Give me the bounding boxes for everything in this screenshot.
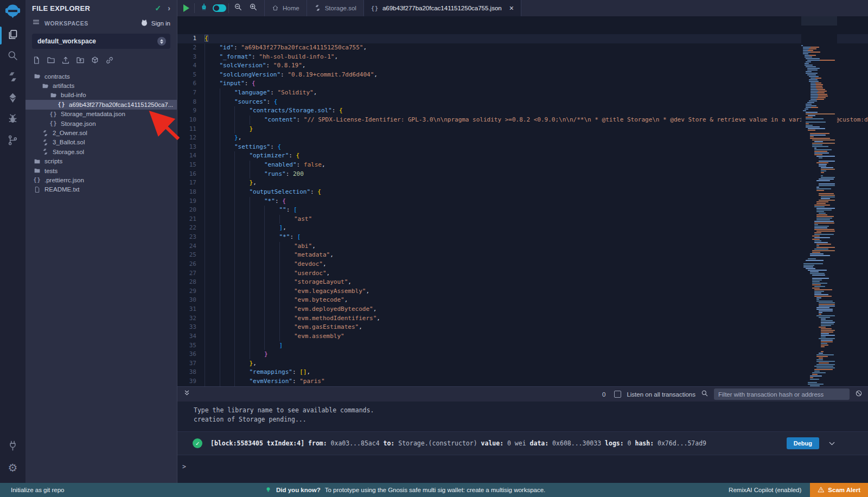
import-link-button[interactable] [105,56,114,67]
workspaces-menu-icon[interactable] [32,18,40,28]
sign-in-button[interactable]: Sign in [140,18,170,28]
chevron-right-icon[interactable]: › [168,4,170,12]
new-folder-icon [47,56,55,67]
tree-item[interactable]: 3_Ballot.sol [25,138,177,147]
tree-item-label: a69b43f277ba20fcac141151250ca7... [69,101,173,108]
code-editor[interactable]: 1{2 "id": "a69b43f277ba20fcac141151250ca… [177,16,868,386]
ai-copilot-toggle[interactable] [212,0,227,16]
sidebar-settings[interactable]: ⚙ [0,457,25,479]
sidebar-git[interactable] [0,131,25,152]
tree-item[interactable]: build-info [25,91,177,100]
sidebar-plugin-manager[interactable] [0,436,25,457]
debug-button[interactable]: Debug [787,437,819,449]
transaction-summary: [block:5583405 txIndex:4] from: 0xa03...… [210,439,706,447]
zoom-in-icon [249,3,258,14]
tree-item[interactable]: 2_Owner.sol [25,128,177,137]
settings-icon: ⚙ [8,462,18,474]
minimap[interactable] [801,16,837,386]
close-tab-icon[interactable]: × [509,4,514,12]
sidebar-deploy-and-run[interactable] [0,88,25,110]
tab-storage-sol[interactable]: Storage.sol [307,0,364,16]
code-line: 17 }, [177,179,868,188]
clear-console-icon[interactable] [855,390,863,399]
tab-home[interactable]: Home [264,0,307,16]
import-box-icon [91,56,99,67]
code-line: 38 "remappings": [], [177,368,868,377]
code-line: 2 "id": "a69b43f277ba20fcac141151250ca75… [177,43,868,53]
tree-item[interactable]: {}Storage.json [25,119,177,128]
sidebar-debugger[interactable] [0,110,25,131]
folder-icon [33,167,41,174]
expand-transaction-icon[interactable] [827,439,837,448]
tree-item[interactable]: {}a69b43f277ba20fcac141151250ca7... [25,100,177,109]
tree-item[interactable]: {}.prettierrc.json [25,175,177,184]
new-file-button[interactable] [32,56,41,67]
tree-item[interactable]: README.txt [25,185,177,194]
zoom-in-button[interactable] [246,0,261,16]
tree-item-label: build-info [61,92,86,98]
file-explorer-icon [7,29,18,42]
sidebar-search[interactable] [0,46,25,67]
transaction-row[interactable]: ✓ [block:5583405 txIndex:4] from: 0xa03.… [177,431,868,455]
scam-alert-badge[interactable]: Scam Alert [810,483,868,497]
code-line: 37 }, [177,359,868,368]
copilot-status[interactable]: RemixAI Copilot (enabled) [729,487,801,493]
tab-a69b43f277ba20fcac141151250ca755-json[interactable]: {}a69b43f277ba20fcac141151250ca755.json× [364,0,521,16]
tree-item[interactable]: tests [25,166,177,175]
play-icon [183,4,189,12]
code-line: 36 } [177,350,868,359]
new-folder-button[interactable] [47,56,55,67]
workspace-select[interactable]: default_workspace [32,34,170,49]
code-line: 35 ] [177,341,868,351]
json-icon: {} [371,5,379,11]
tree-item[interactable]: Storage.sol [25,147,177,156]
listen-label: Listen on all transactions [627,391,695,398]
transaction-filter-input[interactable] [714,388,850,400]
workspaces-label: WORKSPACES [44,20,136,27]
success-check-icon: ✓ [193,438,202,448]
code-line: 29 "evm.legacyAssembly", [177,287,868,296]
code-lines: 1{2 "id": "a69b43f277ba20fcac141151250ca… [177,34,868,386]
sidebar-file-explorer[interactable] [0,25,25,46]
code-line: 33 "evm.gasEstimates", [177,323,868,332]
tree-item[interactable]: artifacts [25,81,177,90]
upload-folder-icon [76,56,85,67]
terminal[interactable]: Type the library name to see available c… [177,402,868,483]
git-init-status[interactable]: Initialize as git repo [0,487,179,493]
toggle-icon [213,4,226,12]
zoom-out-button[interactable] [231,0,246,16]
run-script-button[interactable] [177,0,193,16]
collapse-terminal-button[interactable] [183,389,191,399]
tree-item[interactable]: scripts [25,157,177,166]
search-icon[interactable] [701,390,709,399]
editor-area: HomeStorage.sol{}a69b43f277ba20fcac14115… [177,0,868,483]
import-box-button[interactable] [91,56,99,67]
code-line: 25 "metadata", [177,251,868,260]
tree-item[interactable]: contracts [25,72,177,81]
sidebar-remix-logo[interactable] [0,0,25,25]
upload-folder-button[interactable] [76,56,85,67]
tab-label: a69b43f277ba20fcac141151250ca755.json [382,5,502,11]
tab-label: Storage.sol [325,5,356,11]
tree-item-label: scripts [44,158,62,164]
listen-checkbox[interactable] [614,391,621,398]
upload-file-button[interactable] [61,56,70,67]
sidebar-solidity-compiler[interactable] [0,67,25,88]
code-line: 6 "input": { [177,79,868,88]
tree-item-label: 3_Ballot.sol [53,139,85,145]
tip-title: Did you know? [276,487,321,493]
remix-logo-icon [4,3,21,22]
tree-item[interactable]: {}Storage_metadata.json [25,110,177,119]
code-line: 5 "solcLongVersion": "0.8.19+commit.7dd6… [177,71,868,80]
remixai-assistant-button[interactable] [196,0,212,16]
tree-item-label: artifacts [53,82,74,89]
minimap-slider[interactable] [801,16,837,26]
json-icon: {} [33,177,41,183]
activity-bar: ⚙ [0,0,25,483]
search-icon [7,50,18,63]
github-icon [140,18,149,28]
code-line: 18 "outputSelection": { [177,188,868,197]
code-line: 12 }, [177,133,868,143]
select-arrows-icon [157,37,166,46]
git-icon [7,135,18,148]
